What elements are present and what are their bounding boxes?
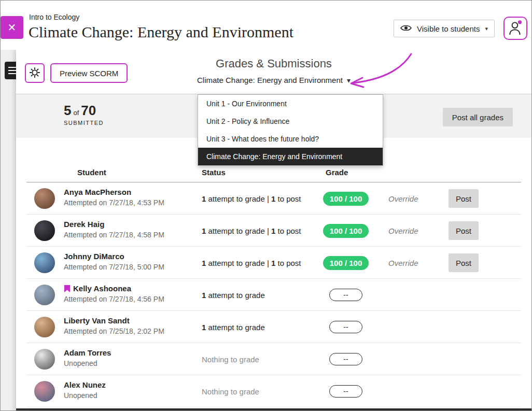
student-name: Alex Nunez: [64, 380, 106, 389]
course-name: Intro to Ecology: [29, 13, 79, 21]
student-name: Kelly Ashoonea: [64, 284, 164, 293]
submitted-label: SUBMITTED: [64, 120, 104, 126]
grade-pill[interactable]: --: [329, 321, 362, 333]
grade-pill[interactable]: 100 / 100: [323, 192, 369, 206]
top-header: Intro to Ecology Climate Change: Energy …: [1, 1, 531, 50]
grade-cell: 100 / 100: [315, 182, 377, 215]
status-text: 1 attempt to grade: [202, 311, 265, 343]
attempt-info: Attempted on 7/27/18, 4:56 PM: [64, 295, 164, 303]
attempt-info: Attempted on 7/27/18, 4:53 PM: [64, 199, 164, 207]
content-dropdown: Unit 1 - Our EnvironmentUnit 2 - Policy …: [198, 94, 383, 166]
student-info: Liberty Van Sandt Attempted on 7/25/18, …: [64, 316, 164, 335]
student-name: Adam Torres: [64, 348, 111, 357]
attempt-info: Attempted on 7/27/18, 5:00 PM: [64, 263, 164, 271]
table-row[interactable]: Adam Torres Unopened Nothing to grade --: [16, 343, 531, 375]
page-title: Climate Change: Energy and Environment: [29, 23, 293, 41]
avatar: [34, 252, 55, 273]
override-link[interactable]: Override: [388, 215, 418, 247]
grades-rows: Anya MacPherson Attempted on 7/27/18, 4:…: [16, 182, 531, 407]
post-all-grades-button[interactable]: Post all grades: [443, 108, 513, 126]
submitted-count: 5: [64, 103, 71, 118]
post-button[interactable]: Post: [449, 189, 479, 208]
eye-icon: [400, 24, 412, 34]
student-info: Anya MacPherson Attempted on 7/27/18, 4:…: [64, 188, 164, 207]
chevron-down-icon: ▾: [485, 25, 488, 32]
override-link[interactable]: Override: [388, 182, 418, 215]
section-title: Grades & Submissions: [16, 57, 531, 70]
attempt-info: Attempted on 7/25/18, 2:02 PM: [64, 327, 164, 335]
post-button[interactable]: Post: [449, 253, 479, 272]
student-name: Johnny DiMarco: [64, 252, 164, 261]
status-text: Nothing to grade: [202, 375, 259, 407]
dropdown-item[interactable]: Unit 1 - Our Environment: [198, 95, 383, 112]
grade-pill[interactable]: 100 / 100: [323, 256, 369, 270]
student-name: Anya MacPherson: [64, 188, 164, 196]
content-selector[interactable]: Climate Change: Energy and Environment ▾: [16, 76, 531, 84]
avatar: [34, 220, 55, 241]
grade-pill[interactable]: --: [329, 353, 362, 365]
flag-icon: [64, 285, 71, 293]
table-row[interactable]: Derek Haig Attempted on 7/27/18, 4:58 PM…: [16, 215, 531, 247]
of-label: of: [73, 109, 79, 117]
status-text: 1 attempt to grade | 1 to post: [202, 215, 301, 247]
column-header-student: Student: [77, 168, 106, 177]
post-button[interactable]: Post: [449, 221, 479, 240]
column-header-grade: Grade: [326, 168, 348, 177]
grades-page: Intro to Ecology Climate Change: Energy …: [0, 0, 532, 411]
avatar: [34, 285, 55, 305]
dropdown-item[interactable]: Climate Change: Energy and Environment: [198, 148, 383, 165]
student-info: Kelly Ashoonea Attempted on 7/27/18, 4:5…: [64, 284, 164, 303]
column-header-status: Status: [202, 168, 226, 177]
attempt-info: Unopened: [64, 391, 106, 400]
submitted-counts: 5of70 SUBMITTED: [64, 103, 104, 126]
dropdown-item[interactable]: Unit 2 - Policy & Influence: [198, 112, 383, 130]
student-name: Derek Haig: [64, 220, 164, 229]
toolbar: Preview SCORM Grades & Submissions Clima…: [16, 50, 531, 94]
status-text: 1 attempt to grade | 1 to post: [202, 247, 301, 279]
profile-button[interactable]: [503, 17, 527, 40]
student-info: Johnny DiMarco Attempted on 7/27/18, 5:0…: [64, 252, 164, 271]
avatar: [34, 317, 55, 337]
grade-cell: --: [315, 279, 377, 311]
grade-pill[interactable]: --: [329, 289, 362, 301]
grade-cell: --: [315, 375, 377, 407]
visibility-button[interactable]: Visible to students ▾: [394, 20, 495, 37]
table-row[interactable]: Alex Nunez Unopened Nothing to grade --: [16, 375, 531, 407]
caret-down-icon: ▾: [347, 76, 351, 84]
visibility-label: Visible to students: [417, 24, 480, 33]
status-text: Nothing to grade: [202, 343, 259, 375]
student-name: Liberty Van Sandt: [64, 316, 164, 325]
avatar: [34, 349, 55, 370]
notification-dot: [518, 20, 522, 24]
attempt-info: Unopened: [64, 359, 111, 367]
profile-icon: [508, 20, 523, 37]
table-row[interactable]: Liberty Van Sandt Attempted on 7/25/18, …: [16, 311, 531, 343]
total-count: 70: [81, 103, 96, 118]
main-panel: Preview SCORM Grades & Submissions Clima…: [16, 50, 531, 410]
student-info: Alex Nunez Unopened: [64, 380, 106, 400]
close-icon: ✕: [8, 22, 17, 33]
dropdown-item[interactable]: Unit 3 - What does the future hold?: [198, 130, 383, 148]
avatar: [34, 188, 55, 209]
status-text: 1 attempt to grade | 1 to post: [202, 182, 301, 215]
student-info: Derek Haig Attempted on 7/27/18, 4:58 PM: [64, 220, 164, 239]
left-rail: [1, 50, 16, 410]
attempt-info: Attempted on 7/27/18, 4:58 PM: [64, 231, 164, 239]
grade-pill[interactable]: 100 / 100: [323, 224, 369, 238]
close-button[interactable]: ✕: [1, 16, 23, 39]
avatar: [34, 381, 55, 402]
status-text: 1 attempt to grade: [202, 279, 265, 311]
student-info: Adam Torres Unopened: [64, 348, 111, 367]
grade-cell: 100 / 100: [315, 215, 377, 247]
grade-pill[interactable]: --: [329, 385, 362, 398]
content-selector-label: Climate Change: Energy and Environment: [197, 76, 343, 84]
grade-cell: 100 / 100: [315, 247, 377, 279]
grade-cell: --: [315, 311, 377, 343]
next-section-edge: [16, 408, 531, 410]
table-row[interactable]: Anya MacPherson Attempted on 7/27/18, 4:…: [16, 182, 531, 215]
table-row[interactable]: Johnny DiMarco Attempted on 7/27/18, 5:0…: [16, 247, 531, 279]
override-link[interactable]: Override: [388, 247, 418, 279]
grade-cell: --: [315, 343, 377, 375]
table-row[interactable]: Kelly Ashoonea Attempted on 7/27/18, 4:5…: [16, 279, 531, 311]
